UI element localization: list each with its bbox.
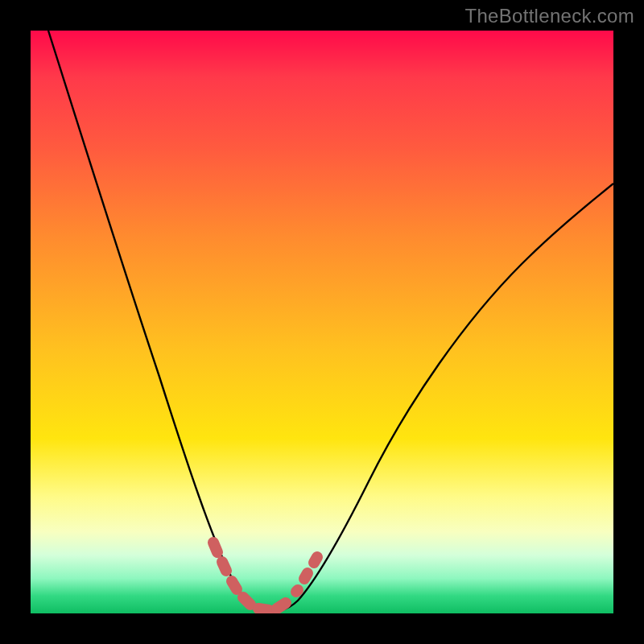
highlight-markers bbox=[213, 543, 317, 610]
plot-area bbox=[31, 31, 613, 613]
svg-line-1 bbox=[222, 562, 226, 571]
svg-line-2 bbox=[232, 581, 237, 589]
svg-line-3 bbox=[243, 597, 250, 605]
chart-frame: TheBottleneck.com bbox=[0, 0, 644, 644]
svg-line-4 bbox=[258, 609, 269, 610]
bottleneck-curve bbox=[31, 31, 613, 613]
watermark-text: TheBottleneck.com bbox=[464, 5, 634, 27]
svg-line-8 bbox=[314, 557, 317, 563]
svg-line-0 bbox=[213, 543, 217, 552]
svg-line-7 bbox=[304, 573, 308, 579]
svg-line-5 bbox=[277, 603, 286, 609]
curve-path bbox=[48, 31, 613, 612]
svg-line-6 bbox=[296, 590, 298, 592]
